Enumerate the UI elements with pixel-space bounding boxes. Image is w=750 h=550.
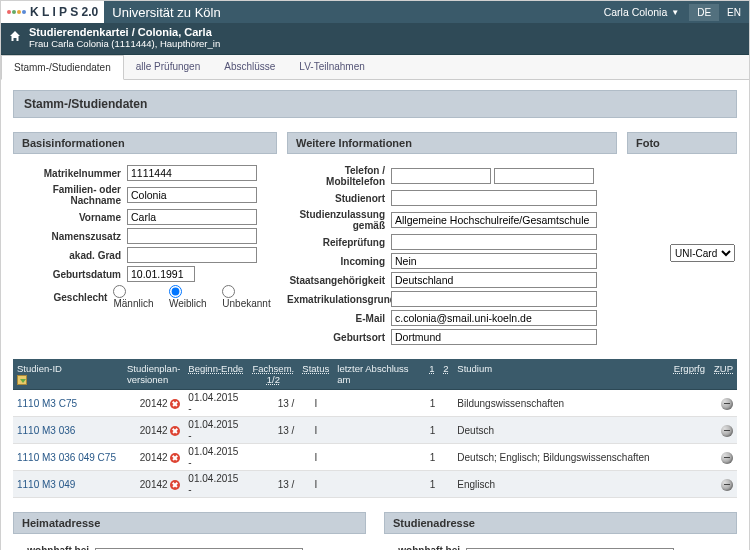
close-icon[interactable] [170, 453, 180, 463]
gender-group: Männlich Weiblich Unbekannt [113, 285, 277, 309]
nachname-field[interactable] [127, 187, 257, 203]
matrikel-field[interactable] [127, 165, 257, 181]
lbl-tel: Telefon / Mobiltelefon [287, 165, 391, 187]
th-beginn[interactable]: Beginn-Ende [184, 359, 248, 390]
close-icon[interactable] [170, 399, 180, 409]
studienid-link[interactable]: 1110 M3 036 [17, 425, 75, 436]
sort-icon[interactable] [17, 375, 27, 385]
studienid-link[interactable]: 1110 M3 049 [17, 479, 75, 490]
geburtsdatum-field[interactable] [127, 266, 195, 282]
table-row: 1110 M3 036 049 C7520142 01.04.2015 -I1D… [13, 444, 737, 471]
table-row: 1110 M3 04920142 01.04.2015 -13 /I1Engli… [13, 471, 737, 498]
section-studienadresse: Studienadresse [384, 512, 737, 534]
section-basisinfo: Basisinformationen [13, 132, 277, 154]
subheader-subtitle: Frau Carla Colonia (1111444), Haupthörer… [29, 38, 220, 49]
exmat-field[interactable] [391, 291, 597, 307]
tab-lvteilnahmen[interactable]: LV-Teilnahmen [287, 55, 376, 79]
studienid-link[interactable]: 1110 M3 036 049 C75 [17, 452, 116, 463]
study-table: Studien-ID Studienplan- versionen Beginn… [13, 359, 737, 498]
top-bar: K L I P S 2.0 Universität zu Köln Carla … [1, 1, 749, 23]
close-icon[interactable] [170, 426, 180, 436]
lbl-reife: Reifeprüfung [287, 237, 391, 248]
user-menu[interactable]: Carla Colonia ▼ [594, 6, 690, 18]
tab-pruefungen[interactable]: alle Prüfungen [124, 55, 213, 79]
lbl-geburtsdatum: Geburtsdatum [13, 269, 127, 280]
chevron-down-icon: ▼ [671, 8, 679, 17]
th-studium[interactable]: Studium [453, 359, 669, 390]
section-foto: Foto [627, 132, 737, 154]
page-title: Stamm-/Studiendaten [13, 90, 737, 118]
lang-de-button[interactable]: DE [689, 4, 719, 21]
lbl-namenszusatz: Namenszusatz [13, 231, 127, 242]
th-zup[interactable]: ZUP [709, 359, 737, 390]
zulassung-field[interactable] [391, 212, 597, 228]
university-name: Universität zu Köln [104, 5, 220, 20]
user-name: Carla Colonia [604, 6, 668, 18]
tab-abschluesse[interactable]: Abschlüsse [212, 55, 287, 79]
lbl-akadgrad: akad. Grad [13, 250, 127, 261]
lbl-nachname: Familien- oder Nachname [13, 184, 127, 206]
gender-unbekannt[interactable]: Unbekannt [222, 285, 277, 309]
logo-dots [7, 10, 26, 14]
lbl-studienort: Studienort [287, 193, 391, 204]
th-2[interactable]: 2 [439, 359, 453, 390]
gender-maennlich[interactable]: Männlich [113, 285, 160, 309]
section-heimat: Heimatadresse [13, 512, 366, 534]
lbl-geburtsort: Geburtsort [287, 332, 391, 343]
minus-icon[interactable] [721, 479, 733, 491]
lbl-exmat: Exmatrikulationsgrund [287, 294, 391, 305]
home-icon[interactable] [9, 30, 21, 44]
lbl-vorname: Vorname [13, 212, 127, 223]
incoming-field[interactable] [391, 253, 597, 269]
namenszusatz-field[interactable] [127, 228, 257, 244]
th-ergprfg[interactable]: Ergprfg [669, 359, 709, 390]
staat-field[interactable] [391, 272, 597, 288]
lang-en-button[interactable]: EN [719, 4, 749, 21]
th-plan[interactable]: Studienplan- versionen [123, 359, 184, 390]
minus-icon[interactable] [721, 425, 733, 437]
lbl-geschlecht: Geschlecht [13, 292, 113, 303]
th-studienid[interactable]: Studien-ID [17, 363, 62, 374]
tab-stammdaten[interactable]: Stamm-/Studiendaten [1, 55, 124, 80]
studienort-field[interactable] [391, 190, 597, 206]
tel-field[interactable] [391, 168, 491, 184]
page-subheader: Studierendenkartei / Colonia, Carla Frau… [1, 23, 749, 55]
lbl-zulassung: Studienzulassung gemäß [287, 209, 391, 231]
lbl-s-co: wohnhaft bei (c/o): [384, 545, 466, 550]
minus-icon[interactable] [721, 452, 733, 464]
lbl-staat: Staatsangehörigkeit [287, 275, 391, 286]
section-weitereinfo: Weitere Informationen [287, 132, 617, 154]
lbl-incoming: Incoming [287, 256, 391, 267]
lbl-email: E-Mail [287, 313, 391, 324]
th-letzter[interactable]: letzter Abschluss am [333, 359, 425, 390]
subheader-title: Studierendenkartei / Colonia, Carla [29, 26, 220, 38]
lbl-matrikel: Matrikelnummer [13, 168, 127, 179]
mobil-field[interactable] [494, 168, 594, 184]
vorname-field[interactable] [127, 209, 257, 225]
th-status[interactable]: Status [298, 359, 333, 390]
th-fachsem[interactable]: Fachsem. 1/2 [248, 359, 298, 390]
tab-bar: Stamm-/Studiendaten alle Prüfungen Absch… [1, 55, 749, 80]
reife-field[interactable] [391, 234, 597, 250]
app-logo: K L I P S 2.0 [1, 1, 104, 23]
logo-text: K L I P S 2.0 [30, 5, 98, 19]
foto-select[interactable]: UNI-Card [670, 244, 735, 262]
table-row: 1110 M3 03620142 01.04.2015 -13 /I1Deuts… [13, 417, 737, 444]
th-1[interactable]: 1 [425, 359, 439, 390]
minus-icon[interactable] [721, 398, 733, 410]
akadgrad-field[interactable] [127, 247, 257, 263]
lbl-h-co: wohnhaft bei (c/o): [13, 545, 95, 550]
geburtsort-field[interactable] [391, 329, 597, 345]
table-row: 1110 M3 C7520142 01.04.2015 -13 /I1Bildu… [13, 390, 737, 417]
gender-weiblich[interactable]: Weiblich [169, 285, 214, 309]
close-icon[interactable] [170, 480, 180, 490]
email-field[interactable] [391, 310, 597, 326]
studienid-link[interactable]: 1110 M3 C75 [17, 398, 77, 409]
